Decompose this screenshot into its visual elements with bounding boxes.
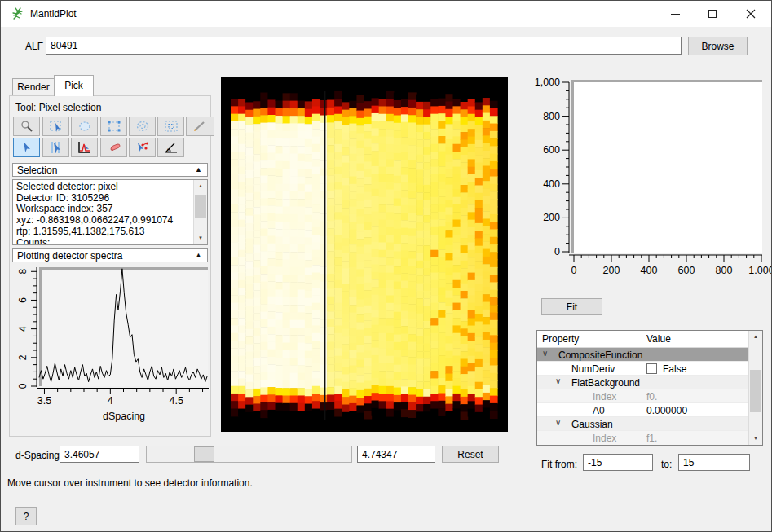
column-divider <box>642 331 642 348</box>
draw-rectangle-tool-button[interactable] <box>100 117 127 136</box>
numderiv-checkbox[interactable] <box>646 363 657 374</box>
scroll-up-icon[interactable] <box>749 331 762 343</box>
mantidplot-window: MantidPlot ALF Browse Render Pick Tool: … <box>0 0 772 532</box>
dspacing-max-input[interactable] <box>357 446 435 463</box>
dspacing-slider[interactable] <box>146 446 352 463</box>
table-row[interactable]: Gaussian <box>537 417 749 431</box>
svg-text:600: 600 <box>678 265 695 276</box>
draw-ring-rectangle-tool-button[interactable] <box>157 117 184 136</box>
table-row[interactable]: Index f1. <box>537 431 749 445</box>
draw-line-tool-icon <box>192 120 209 133</box>
scroll-down-icon[interactable] <box>194 232 207 244</box>
table-row[interactable]: Index f0. <box>537 389 749 403</box>
selection-info-line: Detector ID: 3105296 <box>16 193 189 204</box>
close-button[interactable] <box>732 1 770 27</box>
scrollbar-thumb[interactable] <box>750 370 761 412</box>
svg-text:8: 8 <box>17 269 29 275</box>
table-header-row: Property Value <box>537 331 749 348</box>
status-text: Move cursor over instrument to see detec… <box>7 477 253 489</box>
table-row[interactable]: CompositeFunction <box>537 348 749 362</box>
scrollbar-thumb[interactable] <box>195 195 206 218</box>
edit-shape-tool-button[interactable] <box>42 117 69 136</box>
draw-ellipse-tool-button[interactable] <box>71 117 98 136</box>
table-scrollbar[interactable] <box>748 331 762 445</box>
erase-peak-tool-button[interactable] <box>100 138 127 157</box>
svg-text:400: 400 <box>543 178 560 190</box>
svg-text:200: 200 <box>543 212 560 223</box>
property-column-header: Property <box>542 333 579 345</box>
svg-text:0: 0 <box>554 246 560 257</box>
selection-info-box[interactable]: Selected detector: pixel Detector ID: 31… <box>12 179 208 245</box>
row-property: NumDeriv <box>571 363 615 375</box>
reset-button[interactable]: Reset <box>442 446 499 463</box>
svg-text:dSpacing: dSpacing <box>103 411 145 422</box>
svg-text:6: 6 <box>17 297 29 303</box>
scroll-down-icon[interactable] <box>749 433 762 445</box>
instrument-view[interactable] <box>221 77 508 432</box>
spectra-header-label: Plotting detector spectra <box>17 250 122 262</box>
scroll-up-icon[interactable] <box>194 180 207 192</box>
fit-preview-plot[interactable]: 02004006008001,00002004006008001.000 <box>527 74 771 284</box>
dspacing-min-input[interactable] <box>60 446 139 463</box>
add-peak-tool-icon <box>77 141 92 154</box>
align-tool-button[interactable]: θ <box>157 138 184 157</box>
compare-tool-button[interactable] <box>129 138 156 157</box>
add-peak-tool-button[interactable] <box>71 138 98 157</box>
expand-chevron-icon[interactable] <box>555 418 561 427</box>
select-tube-tool-icon <box>49 141 64 154</box>
svg-text:600: 600 <box>543 144 560 156</box>
selection-info-line: Counts: <box>16 238 189 245</box>
row-property: Index <box>593 391 616 402</box>
tab-pick[interactable]: Pick <box>54 75 94 96</box>
row-property: FlatBackground <box>571 377 640 389</box>
compare-tool-icon <box>135 141 150 154</box>
svg-text:200: 200 <box>603 265 620 276</box>
browse-button[interactable]: Browse <box>688 37 748 55</box>
expand-chevron-icon[interactable] <box>555 376 561 385</box>
table-row[interactable]: FlatBackground <box>537 376 749 389</box>
row-property: Gaussian <box>571 419 613 430</box>
fit-from-input[interactable] <box>583 454 653 471</box>
table-row[interactable]: NumDeriv False <box>537 362 749 376</box>
row-property: A0 <box>593 405 605 416</box>
svg-text:3.5: 3.5 <box>37 395 51 407</box>
mantidplot-logo-icon <box>11 7 24 20</box>
window-title: MantidPlot <box>30 8 77 20</box>
zoom-tool-icon <box>20 120 34 133</box>
dspacing-slider-handle[interactable] <box>194 446 214 462</box>
minimize-button[interactable] <box>656 1 694 27</box>
help-button[interactable]: ? <box>15 507 37 525</box>
draw-ring-rectangle-tool-icon <box>164 120 179 133</box>
draw-ellipse-tool-icon <box>77 120 92 133</box>
spectra-section-header[interactable]: Plotting detector spectra <box>12 248 208 262</box>
fit-to-label: to: <box>661 459 672 470</box>
edit-shape-tool-icon <box>49 120 64 133</box>
draw-line-tool-button[interactable] <box>186 117 214 136</box>
run-label: ALF <box>25 41 43 52</box>
row-value[interactable]: 0.000000 <box>646 405 687 416</box>
fit-property-table: Property Value CompositeFunction NumDeri… <box>536 330 763 446</box>
title-bar[interactable]: MantidPlot <box>1 1 771 27</box>
select-pixel-tool-button[interactable] <box>13 138 40 157</box>
svg-text:1.000: 1.000 <box>748 265 771 276</box>
selection-scrollbar[interactable] <box>193 180 207 244</box>
zoom-tool-button[interactable] <box>13 117 40 136</box>
tab-render[interactable]: Render <box>12 78 55 95</box>
expand-chevron-icon[interactable] <box>542 349 548 358</box>
svg-text:4: 4 <box>17 326 29 332</box>
selection-section-header[interactable]: Selection <box>12 163 208 177</box>
fit-button[interactable]: Fit <box>541 298 602 315</box>
draw-ring-ellipse-tool-icon <box>135 120 150 133</box>
svg-text:800: 800 <box>716 265 733 276</box>
tool-label: Tool: Pixel selection <box>15 102 101 113</box>
fit-to-input[interactable] <box>678 454 750 471</box>
draw-ring-ellipse-tool-button[interactable] <box>129 117 156 136</box>
table-row[interactable]: A0 0.000000 <box>537 403 749 417</box>
svg-text:4: 4 <box>108 395 113 407</box>
run-number-input[interactable] <box>46 37 682 55</box>
spectra-plot[interactable]: 024683.544.5dSpacing <box>12 263 211 433</box>
select-tube-tool-button[interactable] <box>42 138 69 157</box>
maximize-button[interactable] <box>694 1 731 27</box>
svg-text:1,000: 1,000 <box>535 77 560 88</box>
fit-from-label: Fit from: <box>541 459 577 470</box>
